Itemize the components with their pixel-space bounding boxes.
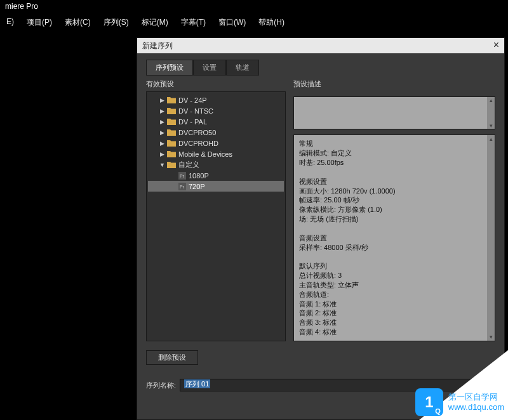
tree-folder[interactable]: ▶Mobile & Devices — [148, 148, 284, 159]
tree-file[interactable]: Pr1080P — [148, 170, 284, 181]
tree-folder[interactable]: ▶DVCPRO50 — [148, 127, 284, 138]
dialog-title: 新建序列 — [142, 41, 173, 51]
tree-item-label: 1080P — [189, 172, 209, 180]
panels: 有效预设 ▶DV - 24P▶DV - NTSC▶DV - PAL▶DVCPRO… — [146, 79, 495, 341]
chevron-right-icon[interactable]: ▶ — [159, 129, 164, 136]
folder-icon — [167, 140, 176, 147]
scrollbar[interactable]: ▴▾ — [487, 135, 495, 341]
tab-presets[interactable]: 序列预设 — [146, 60, 193, 75]
watermark-badge-sub: Q — [435, 407, 441, 415]
menubar: E) 项目(P) 素材(C) 序列(S) 标记(M) 字幕(T) 窗口(W) 帮… — [0, 14, 508, 31]
menu-item[interactable]: 序列(S) — [97, 15, 135, 30]
folder-icon — [167, 96, 176, 103]
menu-item[interactable]: E) — [0, 15, 20, 30]
watermark: 1 Q 第一区自学网 www.d1qu.com — [415, 388, 504, 416]
description-label: 预设描述 — [293, 79, 495, 89]
tree-folder[interactable]: ▼自定义 — [148, 159, 284, 170]
menu-item[interactable]: 项目(P) — [20, 15, 58, 30]
svg-text:Pr: Pr — [180, 174, 185, 178]
folder-icon — [167, 161, 176, 168]
tree-folder[interactable]: ▶DVCPROHD — [148, 138, 284, 148]
close-icon[interactable]: × — [493, 39, 499, 51]
presets-tree[interactable]: ▶DV - 24P▶DV - NTSC▶DV - PAL▶DVCPRO50▶DV… — [146, 91, 286, 341]
svg-text:Pr: Pr — [180, 185, 185, 189]
tree-file[interactable]: Pr720P — [148, 181, 284, 192]
watermark-line2: www.d1qu.com — [448, 402, 504, 412]
dialog-titlebar: 新建序列 × — [137, 38, 504, 53]
menu-item[interactable]: 帮助(H) — [252, 15, 291, 30]
description-panel: 预设描述 ▴▾ 常规 编辑模式: 自定义 时基: 25.00fps 视频设置 画… — [293, 79, 495, 341]
tabs: 序列预设 设置 轨道 — [146, 60, 495, 75]
tree-item-label: Mobile & Devices — [178, 150, 232, 158]
tree-item-label: 自定义 — [178, 160, 199, 169]
tree-item-label: DVCPROHD — [178, 140, 218, 147]
menu-item[interactable]: 标记(M) — [135, 15, 175, 30]
watermark-badge-text: 1 — [425, 393, 433, 411]
tree-folder[interactable]: ▶DV - 24P — [148, 95, 284, 105]
app-title: miere Pro — [5, 2, 38, 11]
chevron-right-icon[interactable]: ▶ — [159, 151, 164, 157]
presets-label: 有效预设 — [146, 79, 286, 89]
tab-tracks[interactable]: 轨道 — [226, 60, 259, 75]
chevron-right-icon[interactable]: ▶ — [159, 140, 164, 147]
watermark-badge: 1 Q — [415, 388, 443, 416]
preset-details: 常规 编辑模式: 自定义 时基: 25.00fps 视频设置 画面大小: 128… — [293, 135, 495, 341]
presets-panel: 有效预设 ▶DV - 24P▶DV - NTSC▶DV - PAL▶DVCPRO… — [146, 79, 286, 341]
menu-item[interactable]: 素材(C) — [58, 15, 97, 30]
sequence-name-value: 序列 01 — [184, 379, 210, 388]
chevron-down-icon[interactable]: ▼ — [159, 162, 164, 168]
menu-item[interactable]: 字幕(T) — [175, 15, 212, 30]
delete-preset-button[interactable]: 删除预设 — [146, 350, 198, 365]
watermark-text: 第一区自学网 www.d1qu.com — [448, 392, 504, 412]
tree-item-label: 720P — [189, 183, 205, 190]
chevron-right-icon[interactable]: ▶ — [159, 97, 164, 103]
watermark-line1: 第一区自学网 — [448, 392, 504, 402]
preset-file-icon: Pr — [178, 172, 186, 180]
chevron-right-icon[interactable]: ▶ — [159, 119, 164, 125]
folder-icon — [167, 150, 176, 157]
folder-icon — [167, 118, 176, 125]
tab-settings[interactable]: 设置 — [193, 60, 226, 75]
tree-item-label: DV - 24P — [178, 96, 207, 104]
sequence-name-label: 序列名称: — [146, 381, 176, 390]
scrollbar[interactable]: ▴▾ — [487, 97, 495, 129]
tree-item-label: DVCPRO50 — [178, 129, 216, 136]
folder-icon — [167, 129, 176, 136]
preset-file-icon: Pr — [178, 183, 186, 190]
folder-icon — [167, 107, 176, 114]
tree-item-label: DV - NTSC — [178, 107, 213, 115]
tree-item-label: DV - PAL — [178, 118, 207, 126]
chevron-right-icon[interactable]: ▶ — [159, 108, 164, 114]
tree-folder[interactable]: ▶DV - NTSC — [148, 105, 284, 116]
preset-details-text: 常规 编辑模式: 自定义 时基: 25.00fps 视频设置 画面大小: 128… — [299, 139, 483, 337]
menu-item[interactable]: 窗口(W) — [212, 15, 252, 30]
description-box: ▴▾ — [293, 96, 495, 129]
tree-folder[interactable]: ▶DV - PAL — [148, 116, 284, 127]
